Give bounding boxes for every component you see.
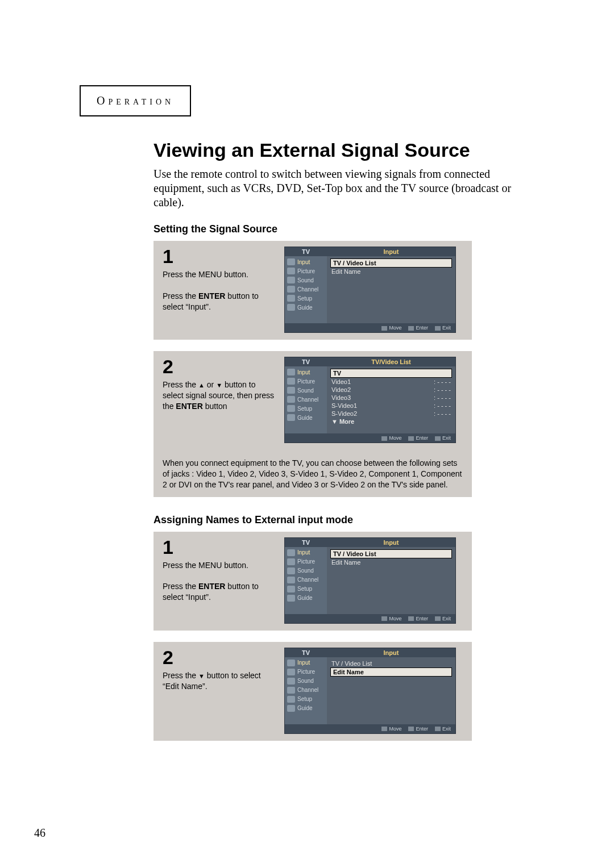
sidebar-item-guide: Guide	[285, 704, 327, 713]
osd-footer: Move Enter Exit	[285, 614, 455, 623]
sidebar-item-input: Input	[285, 368, 327, 377]
foot-enter: Enter	[408, 325, 428, 331]
instruction-line: Press the ENTER button to select “Input”…	[163, 581, 276, 603]
osd-sidebar: Input Picture Sound Channel Setup Guide	[285, 547, 327, 614]
osd-row: S-Video1: - - - -	[330, 402, 452, 410]
instruction-line: Press the button to select “Edit Name”.	[163, 670, 276, 692]
step-text: 1 Press the MENU button. Press the ENTER…	[163, 247, 276, 333]
down-arrow-icon	[198, 671, 205, 680]
instruction-line: Press the MENU button.	[163, 560, 276, 571]
sidebar-item-picture: Picture	[285, 667, 327, 677]
osd-title: Input	[327, 538, 455, 547]
sidebar-item-picture: Picture	[285, 377, 327, 386]
guide-icon	[287, 304, 295, 311]
sidebar-item-input: Input	[285, 257, 327, 266]
guide-icon	[287, 414, 295, 421]
sidebar-item-picture: Picture	[285, 557, 327, 566]
instruction-line: Press the ENTER button to select “Input”…	[163, 291, 276, 312]
step-text: 1 Press the MENU button. Press the ENTER…	[163, 537, 276, 624]
subheading-setting: Setting the Signal Source	[80, 223, 534, 235]
picture-icon	[287, 669, 295, 675]
sidebar-item-sound: Sound	[285, 386, 327, 395]
step-a1: 1 Press the MENU button. Press the ENTER…	[154, 241, 472, 340]
sidebar-item-sound: Sound	[285, 566, 327, 575]
setup-icon	[287, 295, 295, 302]
sidebar-item-picture: Picture	[285, 266, 327, 276]
sidebar-item-input: Input	[285, 658, 327, 667]
sidebar-item-channel: Channel	[285, 395, 327, 404]
channel-icon	[287, 577, 295, 583]
input-icon	[287, 549, 295, 556]
sidebar-item-setup: Setup	[285, 294, 327, 303]
osd-title: Input	[327, 648, 455, 657]
osd-title: Input	[327, 247, 455, 256]
step-number: 1	[163, 247, 276, 266]
channel-icon	[287, 286, 295, 293]
step-number: 2	[163, 648, 276, 667]
osd-row-selected: TV / Video List	[330, 549, 452, 558]
sidebar-item-guide: Guide	[285, 594, 327, 603]
osd-main-panel: TV / Video List Edit Name	[327, 256, 455, 323]
step-text: 2 Press the button to select “Edit Name”…	[163, 648, 276, 734]
page-title: Viewing an External Signal Source	[80, 139, 534, 161]
osd-row: Edit Name	[330, 558, 452, 566]
osd-sidebar: Input Picture Sound Channel Setup Guide	[285, 657, 327, 724]
osd-footer: Move Enter Exit	[285, 433, 455, 443]
osd-tv-label: TV	[285, 648, 327, 657]
sidebar-item-setup: Setup	[285, 404, 327, 413]
osd-row-selected: TV / Video List	[330, 258, 452, 268]
step-b1: 1 Press the MENU button. Press the ENTER…	[154, 532, 472, 631]
setup-icon	[287, 405, 295, 412]
osd-menu-editname: TV Input Input Picture Sound Channel Set…	[284, 648, 456, 734]
foot-move: Move	[381, 616, 401, 621]
sidebar-item-input: Input	[285, 548, 327, 557]
picture-icon	[287, 268, 295, 274]
osd-row-selected: Edit Name	[330, 667, 452, 677]
osd-menu-input: TV Input Input Picture Sound Channel Set…	[284, 537, 456, 624]
intro-text: Use the remote control to switch between…	[80, 167, 534, 210]
foot-enter: Enter	[408, 435, 428, 441]
osd-row: Video3: - - - -	[330, 394, 452, 402]
foot-exit: Exit	[435, 325, 451, 331]
foot-enter: Enter	[408, 616, 428, 621]
sound-icon	[287, 567, 295, 574]
osd-row-selected: TV	[330, 369, 452, 378]
sound-icon	[287, 387, 295, 394]
channel-icon	[287, 396, 295, 403]
foot-move: Move	[381, 325, 401, 331]
sidebar-item-channel: Channel	[285, 285, 327, 294]
guide-icon	[287, 705, 295, 712]
step-number: 2	[163, 357, 276, 376]
osd-row: S-Video2: - - - -	[330, 410, 452, 418]
up-arrow-icon	[198, 380, 205, 389]
osd-tv-label: TV	[285, 247, 327, 256]
osd-row: Edit Name	[330, 268, 452, 276]
osd-main-panel: TV / Video List Edit Name	[327, 657, 455, 724]
osd-row: Video1: - - - -	[330, 378, 452, 386]
sidebar-item-sound: Sound	[285, 677, 327, 686]
sound-icon	[287, 678, 295, 685]
input-icon	[287, 660, 295, 666]
input-icon	[287, 258, 295, 265]
sound-icon	[287, 277, 295, 283]
step-note: When you connect equipment to the TV, yo…	[163, 458, 465, 490]
step-b2: 2 Press the button to select “Edit Name”…	[154, 642, 472, 741]
channel-icon	[287, 687, 295, 694]
instruction-line: Press the or button to select signal sou…	[163, 379, 276, 412]
foot-exit: Exit	[435, 435, 451, 441]
osd-footer: Move Enter Exit	[285, 724, 455, 733]
sidebar-item-setup: Setup	[285, 695, 327, 704]
setup-icon	[287, 696, 295, 703]
guide-icon	[287, 595, 295, 602]
osd-sidebar: Input Picture Sound Channel Setup Guide	[285, 256, 327, 323]
subheading-assign: Assigning Names to External input mode	[80, 514, 534, 526]
osd-row: TV / Video List	[330, 660, 452, 667]
instruction-line: Press the MENU button.	[163, 269, 276, 280]
picture-icon	[287, 378, 295, 385]
sidebar-item-sound: Sound	[285, 276, 327, 285]
picture-icon	[287, 558, 295, 565]
sidebar-item-setup: Setup	[285, 585, 327, 594]
foot-enter: Enter	[408, 726, 428, 732]
setup-icon	[287, 586, 295, 592]
foot-move: Move	[381, 435, 401, 441]
